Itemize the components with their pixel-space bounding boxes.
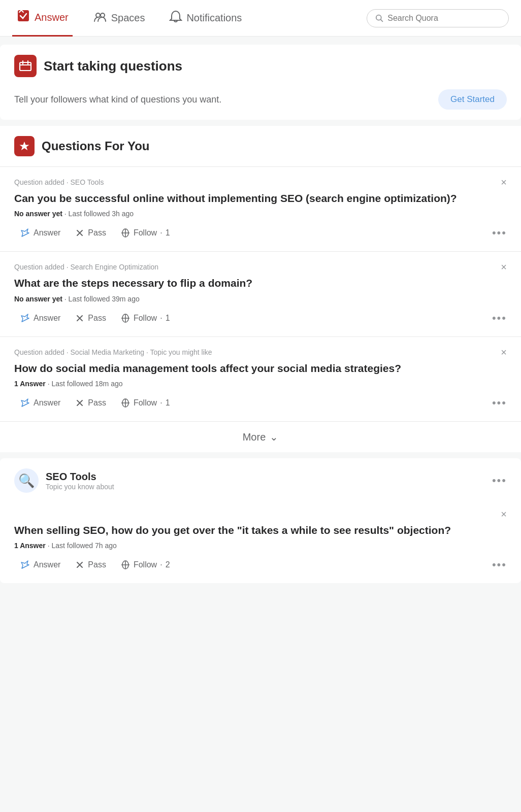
more-options-button[interactable]: ••• bbox=[492, 396, 507, 410]
topic-answer-button[interactable]: Answer bbox=[14, 557, 67, 573]
search-icon bbox=[375, 14, 383, 23]
answer-button[interactable]: Answer bbox=[14, 225, 67, 241]
dismiss-button[interactable]: × bbox=[501, 347, 507, 357]
dismiss-button[interactable]: × bbox=[501, 262, 507, 272]
question-title[interactable]: What are the steps necessary to flip a d… bbox=[14, 276, 507, 290]
nav-notifications[interactable]: Notifications bbox=[165, 0, 246, 37]
topic-pass-button[interactable]: Pass bbox=[69, 557, 112, 573]
follow-button[interactable]: Follow · 1 bbox=[114, 225, 176, 241]
question-stats: No answer yet · Last followed 39m ago bbox=[14, 295, 507, 303]
topic-question-more-button[interactable]: ••• bbox=[492, 558, 507, 571]
answer-icon bbox=[20, 228, 30, 238]
get-started-button[interactable]: Get Started bbox=[438, 89, 507, 110]
question-item: Question added · Search Engine Optimizat… bbox=[0, 251, 521, 336]
follow-button[interactable]: Follow · 1 bbox=[114, 395, 176, 411]
answer-button[interactable]: Answer bbox=[14, 310, 67, 326]
topic-action-row: Answer Pass Follow · 2 ••• bbox=[14, 557, 507, 573]
question-item: Question added · SEO Tools × Can you be … bbox=[0, 166, 521, 251]
answer-nav-icon bbox=[16, 9, 30, 26]
topic-section: 🔍 SEO Tools Topic you know about ••• × W… bbox=[0, 458, 521, 583]
spaces-nav-icon bbox=[93, 10, 107, 27]
banner-title: Start taking questions bbox=[44, 58, 182, 74]
topic-more-options-button[interactable]: ••• bbox=[492, 474, 507, 487]
svg-point-2 bbox=[101, 13, 105, 17]
topic-subtitle: Topic you know about bbox=[46, 483, 114, 491]
question-meta-text: Question added · SEO Tools bbox=[14, 178, 104, 186]
more-options-button[interactable]: ••• bbox=[492, 226, 507, 240]
topic-name[interactable]: SEO Tools bbox=[46, 471, 114, 483]
question-meta-text: Question added · Search Engine Optimizat… bbox=[14, 263, 158, 271]
questions-section-title: Questions For You bbox=[42, 139, 149, 153]
follow-icon bbox=[120, 560, 131, 570]
nav-answer[interactable]: Answer bbox=[12, 0, 73, 37]
topic-question-item: × When selling SEO, how do you get over … bbox=[14, 501, 507, 573]
question-stats: No answer yet · Last followed 3h ago bbox=[14, 210, 507, 218]
answer-button[interactable]: Answer bbox=[14, 395, 67, 411]
pass-button[interactable]: Pass bbox=[69, 225, 112, 241]
start-taking-questions-banner: Start taking questions Tell your followe… bbox=[0, 45, 521, 120]
chevron-down-icon: ⌄ bbox=[270, 431, 278, 443]
pass-icon bbox=[75, 560, 85, 570]
follow-icon bbox=[120, 228, 131, 238]
nav-notifications-label: Notifications bbox=[186, 12, 242, 24]
question-stats: 1 Answer · Last followed 18m ago bbox=[14, 380, 507, 388]
search-input[interactable] bbox=[387, 14, 500, 23]
more-button[interactable]: More ⌄ bbox=[243, 431, 279, 443]
nav-spaces-label: Spaces bbox=[111, 12, 145, 24]
action-row: Answer Pass Follow · 1 ••• bbox=[14, 310, 507, 326]
dismiss-button[interactable]: × bbox=[501, 177, 507, 187]
answer-icon bbox=[20, 313, 30, 323]
pass-icon bbox=[75, 313, 85, 323]
topic-question-stats: 1 Answer · Last followed 7h ago bbox=[14, 542, 507, 550]
pass-button[interactable]: Pass bbox=[69, 310, 112, 326]
banner-text: Tell your followers what kind of questio… bbox=[14, 94, 221, 105]
banner-icon bbox=[14, 55, 37, 77]
pass-icon bbox=[75, 228, 85, 238]
question-title[interactable]: Can you be successful online without imp… bbox=[14, 191, 507, 206]
search-bar[interactable] bbox=[367, 9, 509, 27]
questions-for-you-header: Questions For You bbox=[0, 126, 521, 166]
follow-button[interactable]: Follow · 1 bbox=[114, 310, 176, 326]
questions-section-icon bbox=[14, 136, 35, 156]
more-row: More ⌄ bbox=[0, 421, 521, 452]
nav-spaces[interactable]: Spaces bbox=[89, 0, 149, 37]
action-row: Answer Pass Follow · 1 ••• bbox=[14, 225, 507, 241]
content-area: Start taking questions Tell your followe… bbox=[0, 37, 521, 597]
svg-point-1 bbox=[96, 13, 100, 17]
topic-info: 🔍 SEO Tools Topic you know about bbox=[14, 468, 114, 493]
answer-icon bbox=[20, 398, 30, 408]
svg-rect-4 bbox=[20, 62, 31, 71]
action-row: Answer Pass Follow · 1 ••• bbox=[14, 395, 507, 411]
topic-question-title[interactable]: When selling SEO, how do you get over th… bbox=[14, 523, 507, 537]
follow-icon bbox=[120, 313, 131, 323]
topic-header: 🔍 SEO Tools Topic you know about ••• bbox=[14, 468, 507, 493]
header: Answer Spaces Notifications bbox=[0, 0, 521, 37]
topic-dismiss-button[interactable]: × bbox=[501, 509, 507, 519]
notifications-nav-icon bbox=[169, 10, 182, 27]
more-options-button[interactable]: ••• bbox=[492, 312, 507, 325]
question-item: Question added · Social Media Marketing … bbox=[0, 336, 521, 421]
topic-icon: 🔍 bbox=[14, 468, 39, 493]
nav-answer-label: Answer bbox=[35, 12, 69, 23]
pass-icon bbox=[75, 398, 85, 408]
topic-follow-button[interactable]: Follow · 2 bbox=[114, 557, 176, 573]
follow-icon bbox=[120, 398, 131, 408]
answer-icon bbox=[20, 560, 30, 570]
question-title[interactable]: How do social media management tools aff… bbox=[14, 361, 507, 376]
pass-button[interactable]: Pass bbox=[69, 395, 112, 411]
question-meta-text: Question added · Social Media Marketing … bbox=[14, 348, 212, 356]
